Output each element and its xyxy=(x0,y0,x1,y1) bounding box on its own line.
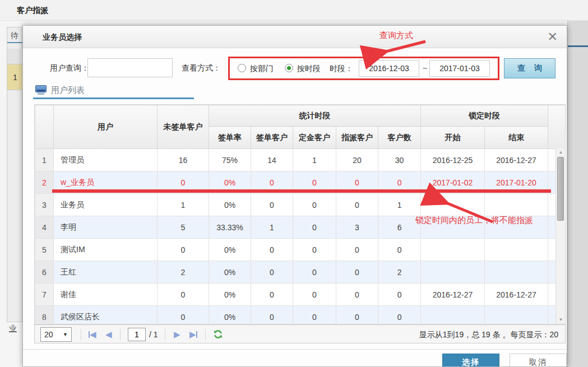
table-cell[interactable]: 1 xyxy=(378,194,421,216)
tab-customer-assignment[interactable]: 客户指派 xyxy=(17,0,48,21)
table-cell[interactable] xyxy=(485,306,548,325)
table-cell[interactable]: 武侯区店长 xyxy=(54,306,158,325)
table-cell[interactable]: 0 xyxy=(293,306,336,325)
table-cell[interactable]: 0% xyxy=(209,261,251,284)
table-cell[interactable]: 16 xyxy=(158,149,209,171)
table-cell[interactable]: 3 xyxy=(336,216,378,239)
table-cell[interactable]: 2016-12-27 xyxy=(485,284,548,306)
radio-by-department-label[interactable]: 按部门 xyxy=(250,58,274,78)
table-cell[interactable]: 0 xyxy=(293,261,336,284)
date-from-input[interactable] xyxy=(359,60,419,77)
table-cell[interactable] xyxy=(485,239,548,261)
next-page-button[interactable]: ▶ xyxy=(174,328,180,341)
column-header-user: 用户 xyxy=(54,105,158,149)
select-button[interactable]: 选择 xyxy=(442,354,499,367)
row-number: 4 xyxy=(35,216,54,239)
table-cell[interactable]: 李明 xyxy=(54,216,158,239)
column-header-start: 开始 xyxy=(421,127,485,149)
table-row[interactable]: 8武侯区店长00%0000 xyxy=(35,306,566,325)
table-cell[interactable] xyxy=(421,194,485,216)
table-cell[interactable]: 0 xyxy=(336,239,378,261)
table-cell[interactable]: 2 xyxy=(158,261,209,284)
user-query-input[interactable] xyxy=(87,58,173,77)
table-cell[interactable]: 75% xyxy=(209,149,251,171)
table-cell[interactable]: 2016-12-27 xyxy=(485,149,548,171)
table-cell[interactable]: 0 xyxy=(251,261,293,284)
table-scrollbar[interactable]: ▲ ▼ xyxy=(555,148,565,324)
table-cell[interactable] xyxy=(485,261,548,284)
table-cell[interactable] xyxy=(421,239,485,261)
table-cell[interactable]: 6 xyxy=(378,216,421,239)
table-cell[interactable] xyxy=(421,306,485,325)
table-cell[interactable]: 0 xyxy=(336,306,378,325)
table-cell[interactable]: 谢佳 xyxy=(54,284,158,306)
table-cell[interactable]: 1 xyxy=(158,194,209,216)
table-row[interactable]: 5测试IM00%0000 xyxy=(35,239,566,261)
table-cell[interactable]: 1 xyxy=(251,216,293,239)
table-cell[interactable]: 0 xyxy=(251,284,293,306)
monitor-icon xyxy=(35,85,47,95)
table-row[interactable]: 6王红20%0002 xyxy=(35,261,566,284)
close-icon[interactable]: ✕ xyxy=(548,30,558,44)
background-bottom-link[interactable]: 业 xyxy=(9,324,22,334)
user-table: 用户 未签单客户 统计时段 锁定时段 签单率 签单客户 定金客户 指派客户 客户… xyxy=(34,104,566,324)
background-right-strip xyxy=(567,21,588,367)
cancel-button[interactable]: 取消 xyxy=(510,354,567,367)
table-cell[interactable]: 王红 xyxy=(54,261,158,284)
table-cell[interactable]: 0 xyxy=(336,261,378,284)
table-cell[interactable]: 5 xyxy=(158,216,209,239)
table-cell[interactable]: 14 xyxy=(251,149,293,171)
table-cell[interactable]: 0 xyxy=(293,194,336,216)
refresh-icon[interactable] xyxy=(213,329,223,341)
table-cell[interactable]: 30 xyxy=(378,149,421,171)
table-cell[interactable]: 2016-12-27 xyxy=(421,284,485,306)
table-cell[interactable]: 0 xyxy=(158,284,209,306)
table-cell[interactable]: 0% xyxy=(209,284,251,306)
table-cell[interactable]: 0 xyxy=(251,194,293,216)
scroll-down-icon[interactable]: ▼ xyxy=(556,316,566,324)
table-cell[interactable]: 0 xyxy=(158,306,209,325)
table-cell[interactable]: 0 xyxy=(251,239,293,261)
table-cell[interactable]: 0 xyxy=(293,284,336,306)
row-number: 7 xyxy=(35,284,54,306)
table-row[interactable]: 3业务员10%0001 xyxy=(35,194,566,216)
query-button[interactable]: 查 询 xyxy=(504,58,555,78)
last-page-button[interactable]: ▶ xyxy=(189,328,197,341)
row-number: 2 xyxy=(35,171,54,194)
table-cell[interactable]: 测试IM xyxy=(54,239,158,261)
radio-by-department[interactable] xyxy=(238,64,246,72)
table-cell[interactable] xyxy=(421,261,485,284)
table-cell[interactable]: 0% xyxy=(209,306,251,325)
page-number-input[interactable] xyxy=(128,328,146,341)
table-cell[interactable]: 2016-12-25 xyxy=(421,149,485,171)
table-cell[interactable]: 0 xyxy=(378,284,421,306)
table-row[interactable]: 7谢佳00%00002016-12-272016-12-27 xyxy=(35,284,566,306)
table-cell[interactable]: 0 xyxy=(378,239,421,261)
first-page-button[interactable]: ◀ xyxy=(89,328,96,341)
radio-by-period[interactable] xyxy=(285,64,293,72)
table-cell[interactable]: 0 xyxy=(336,194,378,216)
scrollbar-thumb[interactable] xyxy=(557,157,564,221)
background-left-panel: 待 1 xyxy=(7,27,22,322)
table-cell[interactable]: 33.33% xyxy=(209,216,251,239)
table-cell[interactable]: 20 xyxy=(336,149,378,171)
table-cell[interactable] xyxy=(485,194,548,216)
radio-by-period-label[interactable]: 按时段 xyxy=(297,58,321,78)
prev-page-button[interactable]: ◀ xyxy=(105,328,112,341)
date-to-input[interactable] xyxy=(429,60,490,77)
scroll-up-icon[interactable]: ▲ xyxy=(556,148,566,156)
table-cell[interactable]: 0 xyxy=(158,239,209,261)
table-cell[interactable]: 0 xyxy=(336,284,378,306)
table-cell[interactable]: 2 xyxy=(378,261,421,284)
table-row[interactable]: 1管理员1675%14120302016-12-252016-12-27 xyxy=(35,149,566,171)
table-cell[interactable]: 0 xyxy=(378,306,421,325)
table-cell[interactable]: 0 xyxy=(293,239,336,261)
table-cell[interactable]: 业务员 xyxy=(54,194,158,216)
table-cell[interactable]: 0 xyxy=(293,216,336,239)
table-cell[interactable]: 0% xyxy=(209,194,251,216)
table-cell[interactable]: 0% xyxy=(209,239,251,261)
table-cell[interactable]: 管理员 xyxy=(54,149,158,171)
table-cell[interactable]: 1 xyxy=(293,149,336,171)
page-size-select[interactable]: 20 ▼ xyxy=(40,327,72,342)
table-cell[interactable]: 0 xyxy=(251,306,293,325)
